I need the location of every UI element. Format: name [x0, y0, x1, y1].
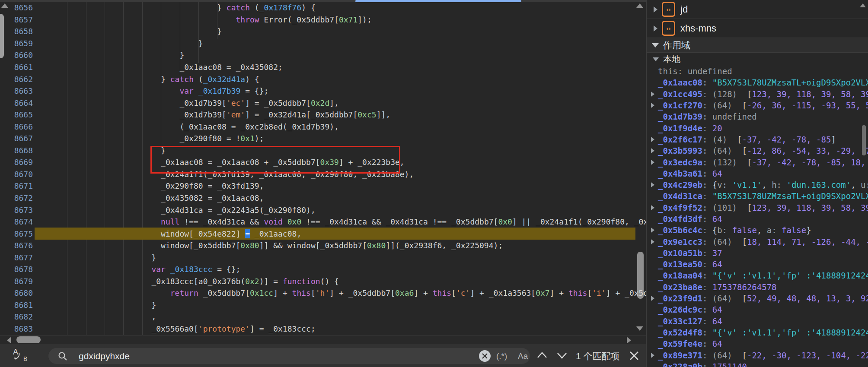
scope-variable-row[interactable]: _0x1aac08: "B5X7S3L78UZMzsaTL+oigD9SXpo2… [647, 77, 868, 88]
code-line[interactable]: 8673 _0x4d31ca = _0x2243a5(_0x290f80), [0, 204, 646, 216]
code-line[interactable]: 8661 _0x1aac08 = _0x435082; [0, 61, 646, 73]
code-line[interactable]: 8678 var _0x183ccc = {}; [0, 263, 646, 275]
expand-arrow-icon[interactable] [651, 92, 654, 97]
code-text[interactable]: _0x183ccc[a0_0x376b(0x2)] = function() { [48, 277, 339, 286]
line-number[interactable]: 8669 [0, 158, 33, 167]
horizontal-scrollbar[interactable] [0, 335, 646, 345]
line-number[interactable]: 8674 [0, 217, 33, 226]
line-number[interactable]: 8660 [0, 51, 33, 60]
code-text[interactable]: _0x1aac08 = _0x435082; [48, 63, 283, 72]
expand-arrow-icon[interactable] [651, 205, 654, 210]
code-line[interactable]: 8670 _0x24a1f1(_0x3fd139, _0x1aac08, _0x… [0, 168, 646, 180]
scope-variable-row[interactable]: _0x10a51b: 37 [647, 247, 868, 259]
code-line[interactable]: 8680 return _0x5ddbb7[0x1cc] + this['h']… [0, 287, 646, 299]
scope-variable-row[interactable]: _0x1d7b39: undefined [647, 111, 868, 122]
line-number[interactable]: 8672 [0, 193, 33, 202]
code-text[interactable]: throw Error(_0x5ddbb7[0x71]); [48, 15, 372, 24]
line-number[interactable]: 8682 [0, 312, 33, 321]
line-number[interactable]: 8663 [0, 86, 33, 95]
scope-variable-row[interactable]: _0x9e1cc3: (64) [18, 114, 71, -126, -44,… [647, 236, 868, 247]
code-text[interactable]: } [48, 146, 166, 155]
search-field[interactable]: (.*) Aa [48, 348, 530, 364]
horizontal-scrollbar-thumb[interactable] [16, 336, 41, 343]
scope-variable-row[interactable]: _0x33c127: 64 [647, 316, 868, 327]
code-text[interactable]: window[_0x54e822] = _0x1aac08, [48, 229, 301, 238]
line-number[interactable]: 8659 [0, 39, 33, 48]
scope-variable-row[interactable]: _0x23ba8e: 1753786264578 [647, 282, 868, 293]
code-line[interactable]: 8675 window[_0x54e822] = _0x1aac08, [0, 228, 646, 240]
sidebar-scroll-up-icon[interactable] [860, 3, 866, 7]
search-input[interactable] [78, 351, 469, 362]
scope-variable-row[interactable]: _0x4d31ca: "B5X7S3L78UZMzsaTL+oigD9SXpo2… [647, 190, 868, 202]
scope-variable-row[interactable]: _0x1cf270: (64) [-26, 36, -115, -93, 55,… [647, 100, 868, 111]
expand-arrow-icon[interactable] [651, 296, 654, 301]
code-line[interactable]: 8674 null !== _0x4d31ca && void 0x0 !== … [0, 216, 646, 228]
scope-variable-row[interactable]: _0x3edc9a: (132) [-37, -42, -78, -85, 18… [647, 156, 868, 168]
line-number[interactable]: 8658 [0, 27, 33, 36]
line-number[interactable]: 8681 [0, 301, 33, 310]
code-line[interactable]: 8682 , [0, 311, 646, 323]
code-text[interactable]: _0x24a1f1(_0x3fd139, _0x1aac08, _0x290f8… [48, 170, 414, 179]
code-line[interactable]: 8677 } [0, 251, 646, 263]
line-number[interactable]: 8671 [0, 181, 33, 190]
line-number[interactable]: 8657 [0, 15, 33, 24]
code-text[interactable]: _0x4d31ca = _0x2243a5(_0x290f80), [48, 206, 316, 215]
code-text[interactable]: } catch (_0x32d41a) { [48, 75, 259, 84]
line-number[interactable]: 8680 [0, 288, 33, 297]
previous-match-button[interactable] [536, 351, 548, 360]
sidebar-scrollbar-thumb[interactable] [862, 125, 866, 155]
code-line[interactable]: 8666 (_0x1aac08 = _0xc2b8ed(_0x1d7b39), [0, 120, 646, 133]
sidebar-section-xhs-mns[interactable]: ‹› xhs-mns [647, 19, 868, 38]
expand-arrow-icon[interactable] [651, 103, 654, 108]
line-number[interactable]: 8676 [0, 241, 33, 250]
code-line[interactable]: 8660 } [0, 49, 646, 61]
code-text[interactable]: } [48, 51, 184, 60]
scope-variable-row[interactable]: _0x4b3a61: 64 [647, 168, 868, 179]
scope-variable-row[interactable]: _0x23f9d1: (64) [52, 49, 48, 48, 13, 3, … [647, 293, 868, 304]
code-text[interactable]: _0x1d7b39['em'] = _0x32d41a[_0x5ddbb7[0x… [48, 110, 390, 119]
expand-arrow-icon[interactable] [651, 239, 654, 244]
code-line[interactable]: 8667 _0x290f80 = !0x1); [0, 133, 646, 145]
line-number[interactable]: 8670 [0, 170, 33, 179]
code-text[interactable]: window[_0x5ddbb7[0x80]] && window[_0x5dd… [48, 241, 503, 250]
scope-variable-row[interactable]: _0x89e371: (64) [-22, -30, -123, -104, -… [647, 349, 868, 361]
line-number[interactable]: 8666 [0, 122, 33, 131]
sidebar-section-jd[interactable]: ‹› jd [647, 0, 868, 19]
line-number[interactable]: 8662 [0, 75, 33, 84]
expanded-arrow-icon[interactable] [652, 43, 659, 47]
code-text[interactable]: var _0x183ccc = {}; [48, 265, 240, 274]
line-number[interactable]: 8679 [0, 277, 33, 286]
expanded-arrow-icon[interactable] [653, 57, 659, 61]
code-line[interactable]: 8658 } [0, 25, 646, 38]
clear-search-button[interactable] [479, 350, 491, 362]
code-line[interactable]: 8656 } catch (_0x178f76) { [0, 2, 646, 14]
close-find-bar-button[interactable] [629, 350, 640, 361]
code-text[interactable]: _0x435082 = _0x1aac08, [48, 193, 264, 202]
code-text[interactable]: _0x1d7b39['ec'] = _0x5ddbb7[0x2d], [48, 98, 339, 108]
code-line[interactable]: 8676 window[_0x5ddbb7[0x80]] && window[_… [0, 240, 646, 252]
code-line[interactable]: 8679 _0x183ccc[a0_0x376b(0x2)] = functio… [0, 275, 646, 288]
code-text[interactable]: } [48, 253, 156, 262]
line-number[interactable]: 8661 [0, 63, 33, 72]
code-text[interactable]: _0x1aac08 = _0x1aac08 + _0x5ddbb7[0x39] … [48, 158, 405, 167]
code-line[interactable]: 8671 _0x290f80 = _0x3fd139, [0, 180, 646, 192]
expand-arrow-icon[interactable] [651, 148, 654, 153]
code-text[interactable]: } [48, 27, 222, 36]
code-line[interactable]: 8662 } catch (_0x32d41a) { [0, 73, 646, 85]
code-line[interactable]: 8665 _0x1d7b39['em'] = _0x32d41a[_0x5ddb… [0, 109, 646, 121]
scope-variable-row[interactable]: _0x52d4f8: "{'v' :'v1.1','fp' :'41888912… [647, 327, 868, 338]
scope-variable-row[interactable]: _0x4fd3df: 64 [647, 213, 868, 225]
code-text[interactable]: null !== _0x4d31ca && void 0x0 !== _0x4d… [48, 217, 646, 226]
scope-variable-row[interactable]: _0x4c29eb: {v: 'v1.1', h: 'dun.163.com',… [647, 179, 868, 190]
code-text[interactable]: } [48, 301, 156, 310]
expand-arrow-icon[interactable] [651, 137, 654, 142]
regex-toggle-button[interactable]: (.*) [496, 351, 507, 361]
scroll-right-icon[interactable] [627, 337, 631, 344]
code-text[interactable]: , [48, 312, 156, 321]
code-line[interactable]: 8659 } [0, 38, 646, 50]
scroll-left-icon[interactable] [7, 337, 11, 344]
collapsed-arrow-icon[interactable] [654, 25, 657, 32]
code-text[interactable]: _0x5566a0['prototype'] = _0x183ccc; [48, 324, 316, 333]
scope-variable-row[interactable]: _0x3b5993: (64) [-12, 86, -54, 33, -29, … [647, 145, 868, 156]
code-line[interactable]: 8663 var _0x1d7b39 = {}; [0, 85, 646, 97]
